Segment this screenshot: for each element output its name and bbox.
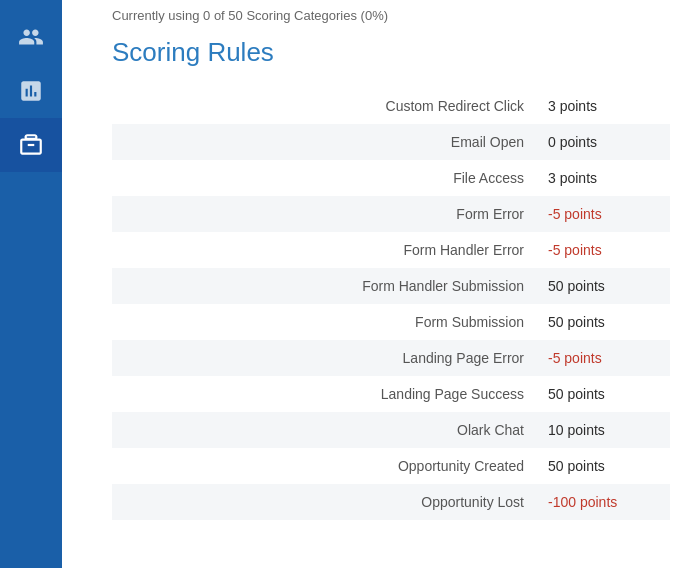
row-label: Form Handler Submission (124, 278, 548, 294)
table-row: Form Error-5 points (112, 196, 670, 232)
row-value: -5 points (548, 350, 658, 366)
page-title: Scoring Rules (112, 37, 670, 68)
table-row: Email Open0 points (112, 124, 670, 160)
row-label: File Access (124, 170, 548, 186)
row-value: 10 points (548, 422, 658, 438)
main-content: Currently using 0 of 50 Scoring Categori… (62, 0, 700, 568)
row-label: Form Error (124, 206, 548, 222)
sidebar-item-people[interactable] (0, 10, 62, 64)
scoring-table: Custom Redirect Click3 pointsEmail Open0… (112, 88, 670, 520)
row-label: Landing Page Error (124, 350, 548, 366)
chart-icon (18, 78, 44, 104)
top-bar-text: Currently using 0 of 50 Scoring Categori… (112, 8, 388, 23)
sidebar-item-scoring[interactable] (0, 118, 62, 172)
svg-rect-0 (28, 144, 35, 146)
row-label: Olark Chat (124, 422, 548, 438)
row-value: -5 points (548, 206, 658, 222)
row-label: Landing Page Success (124, 386, 548, 402)
row-label: Opportunity Lost (124, 494, 548, 510)
row-label: Form Submission (124, 314, 548, 330)
table-row: Opportunity Created50 points (112, 448, 670, 484)
row-label: Opportunity Created (124, 458, 548, 474)
row-value: 0 points (548, 134, 658, 150)
row-value: 50 points (548, 314, 658, 330)
people-icon (18, 24, 44, 50)
sidebar-item-reports[interactable] (0, 64, 62, 118)
row-value: -5 points (548, 242, 658, 258)
table-row: File Access3 points (112, 160, 670, 196)
table-row: Form Handler Submission50 points (112, 268, 670, 304)
row-label: Custom Redirect Click (124, 98, 548, 114)
row-value: 3 points (548, 98, 658, 114)
table-row: Olark Chat10 points (112, 412, 670, 448)
row-label: Email Open (124, 134, 548, 150)
briefcase-icon (18, 132, 44, 158)
table-row: Landing Page Success50 points (112, 376, 670, 412)
row-value: 3 points (548, 170, 658, 186)
sidebar (0, 0, 62, 568)
row-value: 50 points (548, 278, 658, 294)
top-bar: Currently using 0 of 50 Scoring Categori… (112, 0, 670, 29)
row-label: Form Handler Error (124, 242, 548, 258)
row-value: -100 points (548, 494, 658, 510)
table-row: Landing Page Error-5 points (112, 340, 670, 376)
row-value: 50 points (548, 458, 658, 474)
row-value: 50 points (548, 386, 658, 402)
table-row: Form Submission50 points (112, 304, 670, 340)
table-row: Custom Redirect Click3 points (112, 88, 670, 124)
table-row: Form Handler Error-5 points (112, 232, 670, 268)
table-row: Opportunity Lost-100 points (112, 484, 670, 520)
